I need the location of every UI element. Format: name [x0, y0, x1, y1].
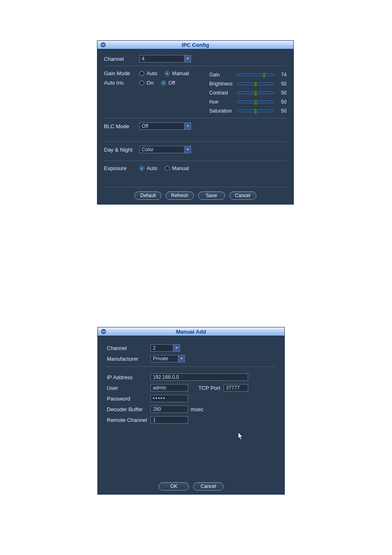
ipc-titlebar: IPC Config [97, 41, 293, 49]
day-night-row: Day & Night Color [104, 146, 287, 153]
saturation-label: Saturation [209, 108, 235, 114]
hue-value: 50 [277, 99, 286, 105]
saturation-slider-row: Saturation 50 [209, 106, 287, 115]
channel-label: Channel [104, 56, 139, 62]
chevron-down-icon[interactable] [173, 345, 180, 351]
contrast-slider-row: Contrast 50 [209, 88, 287, 97]
ma-channel-select[interactable]: 2 [150, 344, 180, 352]
tcp-port-input[interactable]: 37777 [224, 384, 248, 391]
cursor-icon [238, 432, 244, 440]
image-settings-row: Gain Mode Auto Manual Auto Iris On Off G… [104, 70, 287, 115]
ma-manufacturer-label: Manufacturer [107, 356, 150, 362]
user-label: User [107, 385, 150, 391]
ma-manufacturer-value: Private [153, 356, 168, 362]
remote-channel-label: Remote Channel [107, 417, 150, 423]
ipc-title: IPC Config [97, 42, 293, 48]
contrast-label: Contrast [209, 90, 235, 96]
exposure-label: Exposure [104, 165, 139, 171]
divider [104, 118, 287, 118]
ma-button-row: OK Cancel [98, 482, 284, 491]
day-night-value: Color [142, 147, 154, 152]
ip-address-input[interactable]: 192.168.0.0 [150, 373, 248, 381]
auto-iris-off-radio[interactable]: Off [161, 80, 175, 86]
gain-label: Gain [209, 72, 235, 78]
save-button[interactable]: Save [198, 191, 225, 200]
gain-mode-auto-text: Auto [147, 71, 157, 76]
chevron-down-icon[interactable] [184, 123, 191, 129]
gain-slider-row: Gain 74 [209, 70, 287, 79]
remote-channel-input[interactable]: 1 [150, 416, 188, 424]
gain-mode-label: Gain Mode [104, 70, 139, 76]
blc-mode-row: BLC Mode Off [104, 122, 287, 130]
hue-label: Hue [209, 99, 235, 105]
decoder-buffer-row: Decoder Buffer 280 msec [107, 405, 277, 413]
app-icon [100, 328, 107, 335]
gain-mode-row: Gain Mode Auto Manual [104, 70, 197, 76]
cancel-button[interactable]: Cancel [229, 191, 256, 200]
app-icon [100, 41, 106, 48]
cancel-button[interactable]: Cancel [193, 482, 224, 491]
manual-add-body: Channel 2 Manufacturer Private IP Addres… [98, 336, 284, 495]
password-input[interactable]: ••••• [150, 395, 188, 402]
saturation-value: 50 [277, 108, 286, 114]
gain-mode-manual-text: Manual [172, 71, 189, 76]
blc-mode-value: Off [142, 123, 148, 129]
password-row: Password ••••• [107, 395, 277, 402]
decoder-buffer-input[interactable]: 280 [150, 405, 188, 413]
gain-slider[interactable] [237, 74, 274, 76]
exposure-auto-text: Auto [147, 166, 157, 171]
hue-slider-row: Hue 50 [209, 97, 287, 106]
contrast-slider[interactable] [237, 92, 274, 94]
manual-add-titlebar: Manual Add [98, 327, 284, 336]
password-label: Password [107, 396, 150, 402]
auto-iris-off-text: Off [168, 80, 175, 86]
tcp-port-label: TCP Port [188, 385, 224, 391]
divider [104, 161, 287, 161]
default-button[interactable]: Default [134, 191, 161, 200]
exposure-manual-radio[interactable]: Manual [165, 166, 189, 171]
auto-iris-on-text: On [147, 80, 154, 86]
ma-channel-label: Channel [107, 345, 150, 351]
decoder-buffer-label: Decoder Buffer [107, 406, 150, 412]
chevron-down-icon[interactable] [178, 355, 184, 362]
exposure-row: Exposure Auto Manual [104, 165, 287, 171]
brightness-slider[interactable] [237, 83, 274, 85]
blc-mode-select[interactable]: Off [139, 122, 191, 130]
refresh-button[interactable]: Refresh [166, 191, 194, 200]
contrast-value: 50 [277, 90, 286, 96]
saturation-slider[interactable] [237, 110, 274, 112]
channel-value: 4 [142, 56, 145, 62]
divider [104, 66, 287, 66]
chevron-down-icon[interactable] [184, 55, 191, 62]
exposure-auto-radio[interactable]: Auto [139, 166, 157, 171]
ma-manufacturer-row: Manufacturer Private [107, 355, 277, 362]
channel-row: Channel 4 [104, 55, 287, 62]
gain-mode-manual-radio[interactable]: Manual [165, 71, 189, 76]
ip-address-row: IP Address 192.168.0.0 [107, 373, 277, 381]
channel-select[interactable]: 4 [139, 55, 191, 62]
auto-iris-row: Auto Iris On Off [104, 80, 197, 86]
ip-address-label: IP Address [107, 374, 150, 380]
ma-channel-row: Channel 2 [107, 344, 277, 352]
ok-button[interactable]: OK [159, 482, 189, 491]
manual-add-title: Manual Add [98, 329, 284, 335]
ipc-body: Channel 4 Gain Mode Auto Manual Auto Iri… [97, 49, 293, 203]
user-input[interactable]: admin [150, 384, 188, 391]
blc-mode-label: BLC Mode [104, 123, 139, 129]
user-row: User admin TCP Port 37777 [107, 384, 277, 391]
ma-channel-value: 2 [153, 345, 156, 351]
manual-add-window: Manual Add Channel 2 Manufacturer Privat… [97, 327, 285, 495]
auto-iris-on-radio[interactable]: On [139, 80, 154, 86]
chevron-down-icon[interactable] [184, 146, 191, 153]
divider [104, 187, 287, 187]
hue-slider[interactable] [237, 101, 274, 103]
svg-point-3 [103, 331, 104, 332]
auto-iris-label: Auto Iris [104, 80, 139, 86]
gain-mode-auto-radio[interactable]: Auto [139, 71, 157, 76]
image-sliders: Gain 74 Brightness 50 Contrast 50 Hue [209, 70, 287, 115]
ma-manufacturer-select[interactable]: Private [150, 355, 185, 362]
day-night-select[interactable]: Color [139, 146, 191, 153]
brightness-value: 50 [277, 81, 286, 87]
brightness-slider-row: Brightness 50 [209, 79, 287, 88]
ipc-config-window: IPC Config Channel 4 Gain Mode Auto Manu… [97, 40, 294, 205]
